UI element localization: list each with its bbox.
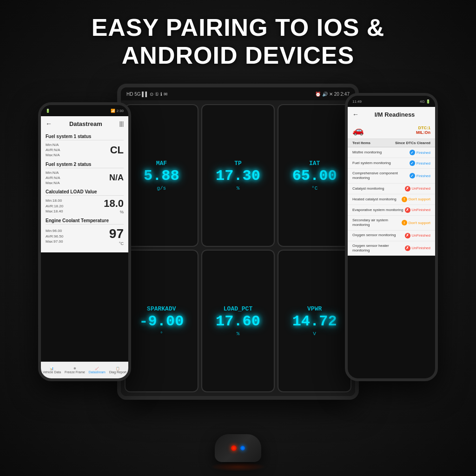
vpwr-value: 14.72	[292, 314, 337, 329]
im-row-oxygen-heater: Oxygen sensor heater monitoring ✗ UnFini…	[348, 241, 435, 256]
tablet-device: HD 5G ▌▌ ⊙ ① ℹ ✉ ⏰ 🔊 ✕ 20 2:47 MAF 5.88 …	[117, 84, 359, 400]
im-status-oxygen-sensor: ✗ UnFinished	[405, 233, 430, 238]
back-icon[interactable]: ←	[46, 120, 52, 127]
tablet-screen: MAF 5.88 g/s TP 17.30 % IAT 65.00 °C SPA…	[121, 100, 355, 396]
left-phone: 🔋 📶 2:30 ← Datastream ||| Fuel system 1 …	[38, 102, 131, 381]
unfinished-icon-4: ✗	[405, 245, 410, 251]
load-value-value: 18.0	[104, 198, 124, 209]
gauge-sparkadv: SPARKADV -9.00 °	[125, 250, 198, 392]
loadpct-label: LOAD_PCT	[224, 305, 252, 312]
tp-label: TP	[234, 160, 242, 167]
tp-unit: %	[237, 185, 240, 191]
right-back-icon[interactable]: ←	[352, 111, 359, 118]
im-row-heated-catalyst: Heated catalyst monitoring ! Don't suppo…	[348, 194, 435, 205]
load-value-row: Min:18.00 AVR:18.20 Max:18.40 18.0 %	[46, 198, 124, 214]
right-phone-status-bar: 11:49 4G 🔋	[348, 96, 435, 107]
load-value-section: Calculated LOAD Value Min:18.00 AVR:18.2…	[46, 189, 124, 214]
maf-unit: g/s	[157, 185, 166, 191]
page-title: EASY PAIRING TO iOS & ANDROID DEVICES	[9, 14, 467, 70]
coolant-temp-unit: °C	[109, 241, 124, 246]
right-status-right: 4G 🔋	[420, 99, 430, 104]
maf-label: MAF	[156, 160, 167, 167]
gauge-maf: MAF 5.88 g/s	[125, 104, 198, 247]
sparkadv-value: -9.00	[139, 314, 184, 329]
obd-blue-led	[240, 446, 245, 450]
left-phone-title: Datastream	[69, 120, 102, 127]
load-value-labels: Min:18.00 AVR:18.20 Max:18.40	[46, 198, 63, 214]
right-phone: 11:49 4G 🔋 ← I/M Readiness 🚗 DTC:1 MIL:O…	[345, 93, 438, 381]
im-status-fuel-system: ✓ Finished	[410, 160, 430, 166]
nav-vehicle-data[interactable]: 📊 Vehicle Data	[43, 367, 61, 374]
coolant-temp-row: Min:96.00 AVR:96.50 Max:97.00 97 °C	[46, 226, 124, 246]
nav-diag-report[interactable]: 📋 Diag Report	[109, 367, 126, 374]
obd-red-led	[231, 445, 237, 451]
unfinished-icon-2: ✗	[405, 207, 410, 213]
fuel-system-2-row: Min:N/A AVR:N/A Max:N/A N/A	[46, 170, 124, 186]
im-status-comprehensive: ✓ Finished	[410, 173, 430, 178]
loadpct-value: 17.60	[216, 314, 260, 329]
coolant-temp-labels: Min:96.00 AVR:96.50 Max:97.00	[46, 228, 63, 244]
gauge-iat: IAT 65.00 °C	[278, 104, 351, 247]
fuel-system-2-section: Fuel system 2 status Min:N/A AVR:N/A Max…	[46, 162, 124, 186]
iat-unit: °C	[311, 185, 317, 191]
mil-value: MIL:On	[416, 130, 430, 135]
fuel-system-2-labels: Min:N/A AVR:N/A Max:N/A	[46, 170, 60, 186]
vpwr-label: VPWR	[307, 305, 322, 312]
unfinished-icon: ✗	[405, 186, 410, 192]
im-row-misfire: Misfire monitoring ✓ Finished	[348, 147, 435, 158]
left-phone-content: Fuel system 1 status Min:N/A AVR:N/A Max…	[41, 131, 128, 252]
vpwr-unit: V	[313, 331, 316, 337]
menu-icon[interactable]: |||	[119, 120, 124, 127]
iat-value: 65.00	[292, 169, 337, 184]
im-status-heated-catalyst: ! Don't support	[402, 197, 430, 202]
im-row-fuel-system: Fuel system monitoring ✓ Finished	[348, 158, 435, 169]
car-icon: 🚗	[352, 125, 364, 136]
fuel-system-1-row: Min:N/A AVR:N/A Max:N/A CL	[46, 142, 124, 158]
iat-label: IAT	[309, 160, 320, 167]
fuel-system-1-title: Fuel system 1 status	[46, 134, 124, 140]
gauge-tp: TP 17.30 %	[201, 104, 275, 247]
unfinished-icon-3: ✗	[405, 233, 410, 238]
right-phone-header: ← I/M Readiness	[348, 107, 435, 122]
maf-value: 5.88	[144, 169, 179, 184]
tablet-status-left: HD 5G ▌▌ ⊙ ① ℹ ✉	[126, 92, 167, 97]
col-test-items: Test Items	[352, 141, 370, 145]
fuel-system-1-section: Fuel system 1 status Min:N/A AVR:N/A Max…	[46, 134, 124, 158]
nav-freeze-frame[interactable]: ❄ Freeze Frame	[65, 367, 85, 374]
devices-area: 🔋 📶 2:30 ← Datastream ||| Fuel system 1 …	[0, 74, 476, 476]
tp-value: 17.30	[216, 169, 260, 184]
left-phone-status-bar: 🔋 📶 2:30	[41, 105, 128, 116]
tablet-status-right: ⏰ 🔊 ✕ 20 2:47	[315, 92, 350, 97]
im-status-secondary-air: ! Don't support	[402, 220, 430, 225]
car-info-bar: 🚗 DTC:1 MIL:On	[348, 122, 435, 139]
load-value-unit: %	[104, 210, 124, 214]
obd-device	[215, 434, 261, 462]
coolant-temp-title: Engine Coolant Temperature	[46, 218, 124, 225]
left-phone-header: ← Datastream |||	[41, 116, 128, 131]
nosupport-icon: !	[402, 197, 407, 202]
im-status-misfire: ✓ Finished	[410, 150, 430, 155]
im-row-evaporative: Evaporative system monitoring ✗ UnFinish…	[348, 205, 435, 216]
dtc-value: DTC:1	[416, 126, 430, 130]
fuel-system-1-value: CL	[110, 144, 124, 156]
nav-datastream[interactable]: 📈 Datastream	[89, 367, 106, 374]
loadpct-unit: %	[237, 331, 240, 337]
im-row-secondary-air: Secondary air system monitoring ! Don't …	[348, 216, 435, 231]
im-status-evaporative: ✗ UnFinished	[405, 207, 430, 213]
left-status-right: 📶 2:30	[111, 109, 124, 113]
right-status-left: 11:49	[352, 99, 362, 104]
im-status-catalyst: ✗ UnFinished	[405, 186, 430, 192]
right-phone-title: I/M Readiness	[375, 111, 415, 118]
finished-icon: ✓	[410, 150, 415, 155]
im-row-catalyst: Catalyst monitoring ✗ UnFinished	[348, 184, 435, 194]
fuel-system-2-title: Fuel system 2 status	[46, 162, 124, 168]
col-since-dtc: Since DTCs Cleared	[395, 141, 430, 145]
im-readiness-table: Test Items Since DTCs Cleared Misfire mo…	[348, 139, 435, 256]
coolant-temp-section: Engine Coolant Temperature Min:96.00 AVR…	[46, 218, 124, 246]
fuel-system-2-value: N/A	[109, 173, 124, 182]
sparkadv-unit: °	[160, 331, 163, 337]
sparkadv-label: SPARKADV	[147, 305, 176, 312]
finished-icon-3: ✓	[410, 173, 415, 178]
im-status-oxygen-heater: ✗ UnFinished	[405, 245, 430, 251]
finished-icon-2: ✓	[410, 160, 415, 166]
